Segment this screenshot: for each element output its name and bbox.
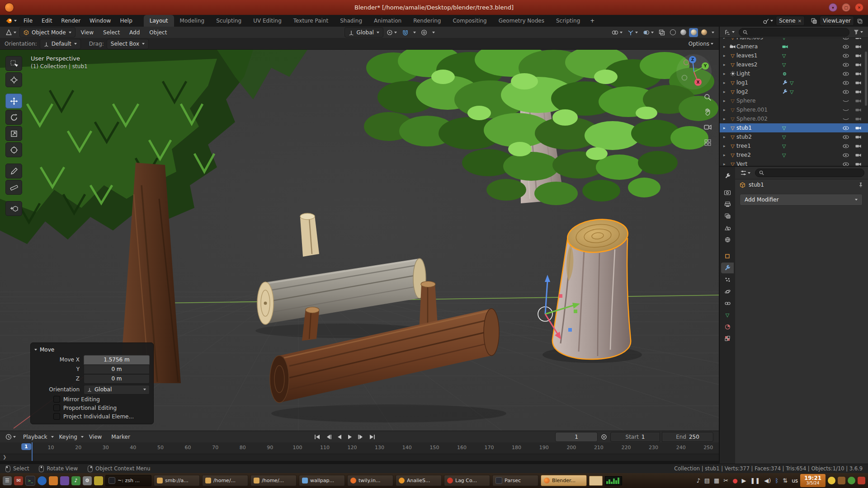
tab-object-data-properties[interactable]: ▽ bbox=[721, 310, 734, 320]
launcher-screenshot-icon[interactable] bbox=[94, 476, 103, 485]
outliner-row-stub2[interactable]: ▸ ▽ stub2 ▽ bbox=[720, 132, 868, 141]
tray-display-icon[interactable]: ▤ bbox=[704, 477, 710, 484]
render-visibility-icon[interactable] bbox=[854, 71, 862, 76]
window-app-icon[interactable] bbox=[5, 3, 14, 12]
taskbar-window-home-1[interactable]: /home/... bbox=[202, 475, 248, 486]
scene-unlink-icon[interactable]: ✕ bbox=[798, 19, 802, 23]
outliner-row-sphere001[interactable]: ▸ ▽ Sphere.001 bbox=[720, 105, 868, 114]
expand-arrow-icon[interactable]: ▸ bbox=[723, 153, 729, 157]
outliner-row-sphere002[interactable]: ▸ ▽ Sphere.002 bbox=[720, 114, 868, 123]
render-visibility-icon[interactable] bbox=[854, 80, 862, 85]
expand-arrow-icon[interactable]: ▸ bbox=[723, 44, 729, 49]
snap-settings-dropdown[interactable] bbox=[411, 31, 418, 34]
close-button[interactable]: ✕ bbox=[855, 3, 863, 12]
visibility-eye-closed-icon[interactable] bbox=[842, 99, 850, 103]
expand-arrow-icon[interactable]: ▸ bbox=[723, 62, 729, 67]
visibility-eye-icon[interactable] bbox=[842, 63, 850, 67]
proportional-falloff-dropdown[interactable] bbox=[430, 31, 437, 34]
system-monitor-graph[interactable] bbox=[605, 476, 622, 485]
menu-add[interactable]: Add bbox=[125, 28, 144, 37]
expand-arrow-icon[interactable]: ▸ bbox=[723, 144, 729, 148]
play-button[interactable] bbox=[345, 433, 354, 441]
tray-network-icon[interactable]: ⇅ bbox=[783, 477, 788, 484]
render-visibility-icon[interactable] bbox=[854, 126, 862, 130]
pin-icon[interactable] bbox=[858, 182, 863, 188]
tab-rendering[interactable]: Rendering bbox=[407, 15, 447, 27]
scene-browse-icon[interactable] bbox=[761, 17, 775, 25]
taskbar-window-analies[interactable]: AnalieS... bbox=[396, 475, 442, 486]
editor-type-3dview-icon[interactable] bbox=[4, 28, 18, 37]
taskbar-window-twily[interactable]: twily.in... bbox=[347, 475, 393, 486]
editor-type-timeline-icon[interactable] bbox=[4, 433, 18, 441]
move-z-field[interactable]: 0 m bbox=[84, 374, 150, 384]
timeline-ruler[interactable]: 1 10 20 30 40 50 60 70 80 90 100 110 120… bbox=[0, 442, 720, 454]
expand-arrow-icon[interactable]: ▸ bbox=[723, 89, 729, 94]
menu-help[interactable]: Help bbox=[116, 16, 136, 25]
gizmo-plane-handle-z[interactable] bbox=[568, 328, 572, 332]
outliner-row-log1[interactable]: ▸ ▽ log1 ▽ bbox=[720, 78, 868, 87]
gizmo-plane-handle-x[interactable] bbox=[559, 294, 562, 298]
visibility-eye-icon[interactable] bbox=[842, 162, 850, 166]
menu-timeline-view[interactable]: View bbox=[85, 432, 106, 441]
taskbar-clock[interactable]: 19:21 3/5/24 bbox=[800, 474, 826, 487]
tab-compositing[interactable]: Compositing bbox=[447, 15, 492, 27]
tab-texture-properties[interactable] bbox=[721, 333, 734, 344]
tool-rotate[interactable] bbox=[5, 110, 22, 125]
expand-arrow-icon[interactable]: ▸ bbox=[723, 117, 729, 121]
minimize-button[interactable]: ▾ bbox=[829, 3, 837, 12]
tab-render-properties[interactable] bbox=[721, 187, 734, 198]
tool-annotate[interactable] bbox=[5, 164, 22, 178]
render-visibility-icon[interactable] bbox=[854, 117, 862, 121]
launcher-settings-icon[interactable]: ⚙ bbox=[83, 476, 92, 485]
render-visibility-icon[interactable] bbox=[854, 153, 862, 157]
mirror-editing-checkbox[interactable] bbox=[53, 396, 60, 403]
snap-magnet-toggle[interactable] bbox=[400, 28, 410, 37]
overlays-dropdown[interactable] bbox=[641, 29, 656, 36]
menu-view[interactable]: View bbox=[77, 28, 98, 37]
tab-modeling[interactable]: Modeling bbox=[174, 15, 211, 27]
tray-smiley-icon[interactable] bbox=[828, 477, 835, 484]
tab-viewlayer-properties[interactable] bbox=[721, 211, 734, 221]
maximize-button[interactable]: ▢ bbox=[842, 3, 850, 12]
visibility-eye-icon[interactable] bbox=[842, 54, 850, 58]
shading-solid-button[interactable] bbox=[679, 28, 688, 37]
tool-move[interactable] bbox=[5, 94, 22, 108]
timeline-tracks[interactable]: ❯ bbox=[0, 454, 720, 461]
outliner-row-camera[interactable]: ▸ Camera bbox=[720, 42, 868, 51]
jump-prev-keyframe-button[interactable] bbox=[324, 433, 334, 441]
tab-material-properties[interactable] bbox=[721, 321, 734, 332]
launcher-terminal-icon[interactable]: >_ bbox=[25, 476, 35, 486]
taskbar-window-home-2[interactable]: /home/... bbox=[250, 475, 297, 486]
proportional-editing-checkbox[interactable] bbox=[53, 404, 60, 411]
outliner-row-log2[interactable]: ▸ ▽ log2 ▽ bbox=[720, 87, 868, 96]
gizmo-axis-x[interactable]: X bbox=[694, 79, 702, 86]
panel-collapse-icon[interactable] bbox=[34, 349, 37, 351]
viewlayer-copy-icon[interactable] bbox=[855, 17, 864, 25]
properties-search-input[interactable] bbox=[755, 169, 864, 177]
render-visibility-icon[interactable] bbox=[854, 89, 862, 94]
xray-toggle[interactable] bbox=[657, 28, 667, 37]
tool-orientation-dropdown[interactable]: Default bbox=[40, 39, 81, 49]
outliner-row-stub1-selected[interactable]: ▸ ▽ stub1 ▽ bbox=[720, 123, 868, 132]
tab-uv-editing[interactable]: UV Editing bbox=[247, 15, 288, 27]
gizmo-axis-y[interactable]: Y bbox=[702, 62, 709, 70]
tab-output-properties[interactable] bbox=[721, 199, 734, 210]
visibility-eye-icon[interactable] bbox=[842, 45, 850, 49]
add-workspace-button[interactable]: + bbox=[586, 15, 599, 27]
tab-physics-properties[interactable] bbox=[721, 286, 734, 297]
taskbar-window-zsh[interactable]: ~: zsh ... bbox=[105, 475, 151, 486]
menu-keying[interactable]: Keying bbox=[55, 432, 81, 441]
tool-select-box[interactable] bbox=[5, 56, 22, 71]
menu-marker[interactable]: Marker bbox=[107, 432, 134, 441]
outliner-row-tree1[interactable]: ▸ ▽ tree1 ▽ bbox=[720, 141, 868, 150]
outliner-row-sphere[interactable]: ▸ ▽ Sphere bbox=[720, 96, 868, 105]
drag-dropdown[interactable]: Select Box bbox=[107, 39, 149, 49]
expand-arrow-icon[interactable]: ▸ bbox=[723, 126, 729, 130]
pivot-point-dropdown[interactable] bbox=[385, 28, 399, 37]
tray-play-icon[interactable]: ▶ bbox=[742, 477, 746, 484]
menu-edit[interactable]: Edit bbox=[38, 16, 56, 25]
tray-leaf-icon[interactable] bbox=[848, 477, 855, 484]
filter-funnel-icon[interactable] bbox=[852, 28, 865, 36]
expand-arrow-icon[interactable]: ▸ bbox=[723, 38, 729, 40]
gizmos-dropdown[interactable] bbox=[626, 28, 640, 37]
